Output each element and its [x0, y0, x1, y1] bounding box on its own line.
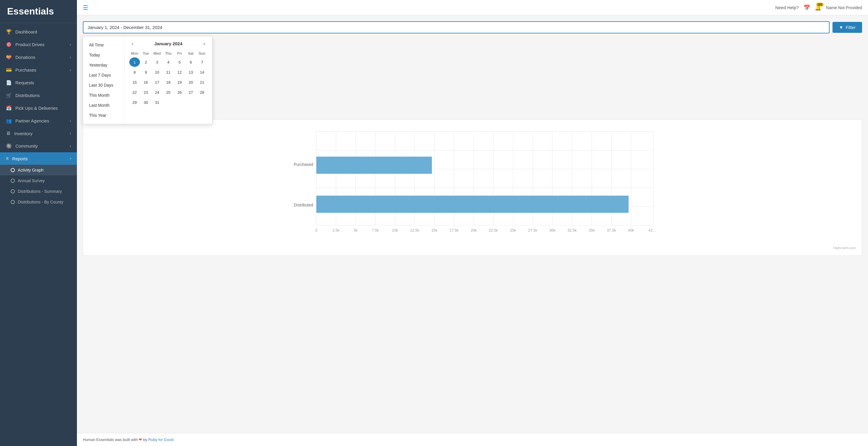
sidebar-item-partners[interactable]: 👥 Partner Agencies ‹	[0, 115, 77, 127]
calendar-day[interactable]: 2	[141, 57, 151, 67]
sidebar-sub-distributions-summary[interactable]: Distributions - Summary	[0, 186, 77, 197]
pickups-icon: 📅	[6, 105, 12, 111]
sidebar-item-requests[interactable]: 📄 Requests	[0, 76, 77, 89]
sidebar-sub-annual-survey[interactable]: Annual Survey	[0, 176, 77, 186]
sidebar-item-community[interactable]: 🔘 Community ‹	[0, 139, 77, 152]
sidebar-item-donations[interactable]: 💝 Donations ‹	[0, 51, 77, 64]
footer-link[interactable]: Ruby for Good.	[148, 438, 174, 442]
calendar-day[interactable]: 14	[197, 67, 207, 77]
sidebar-item-label: Purchases	[16, 67, 36, 72]
sidebar-item-pickups[interactable]: 📅 Pick Ups & Deliveries	[0, 102, 77, 115]
calendar-day[interactable]: 1	[129, 57, 140, 67]
sidebar-item-inventory[interactable]: 🖥 Inventory ‹	[0, 127, 77, 139]
calendar-day[interactable]: 5	[174, 57, 185, 67]
svg-text:40k: 40k	[628, 228, 634, 232]
calendar-day[interactable]: 17	[152, 77, 162, 87]
reports-icon: ≡	[6, 156, 8, 161]
svg-text:Purchased: Purchased	[294, 162, 313, 167]
sidebar-item-reports[interactable]: ≡ Reports ‹	[0, 152, 77, 165]
menu-icon[interactable]: ☰	[83, 4, 88, 11]
chevron-icon: ‹	[70, 55, 71, 59]
calendar-day[interactable]: 3	[152, 57, 162, 67]
quick-option-yesterday[interactable]: Yesterday	[83, 60, 124, 70]
sidebar-item-label: Community	[16, 144, 38, 149]
product-drives-icon: 🎯	[6, 42, 12, 47]
calendar-next-button[interactable]: ›	[201, 40, 207, 47]
help-link[interactable]: Need Help?	[775, 5, 799, 10]
app-logo: Essentials	[0, 0, 77, 23]
calendar-month-label: January 2024	[154, 41, 182, 46]
chevron-icon: ‹	[70, 119, 71, 123]
sidebar-item-label: Distributions	[16, 93, 40, 98]
calendar-day[interactable]: 7	[197, 57, 207, 67]
filter-icon: ▼	[839, 25, 843, 30]
calendar-day-header: Sun	[197, 50, 207, 57]
partners-icon: 👥	[6, 118, 12, 124]
calendar-day[interactable]: 4	[163, 57, 174, 67]
calendar-day[interactable]: 27	[185, 88, 196, 97]
svg-text:15k: 15k	[431, 228, 438, 232]
sidebar-item-dashboard[interactable]: 🏆 Dashboard	[0, 26, 77, 38]
filter-button[interactable]: ▼ Filter	[833, 22, 862, 33]
calendar-day-header: Mon	[129, 50, 140, 57]
inventory-icon: 🖥	[6, 131, 11, 136]
chart-svg: Purchased Distributed 0 2.5k 5k 7.5k 10k…	[89, 125, 856, 238]
calendar-day[interactable]: 11	[163, 67, 174, 77]
svg-text:32.5k: 32.5k	[567, 228, 577, 232]
quick-option-last7[interactable]: Last 7 Days	[83, 70, 124, 80]
purchases-icon: 💳	[6, 67, 12, 73]
calendar-day[interactable]: 26	[174, 88, 185, 97]
calendar-day[interactable]: 30	[141, 98, 151, 107]
calendar-day-header: Wed	[152, 50, 162, 57]
calendar-day[interactable]: 19	[174, 77, 185, 87]
calendar-day[interactable]: 29	[129, 98, 140, 107]
sidebar-item-label: Reports	[12, 156, 28, 161]
calendar-day-header: Fri	[174, 50, 185, 57]
calendar-day[interactable]: 13	[185, 67, 196, 77]
calendar-day[interactable]: 20	[185, 77, 196, 87]
calendar-day[interactable]: 21	[197, 77, 207, 87]
calendar-day[interactable]: 6	[185, 57, 196, 67]
calendar-day[interactable]: 8	[129, 67, 140, 77]
sidebar-item-purchases[interactable]: 💳 Purchases ‹	[0, 64, 77, 76]
svg-text:12.5k: 12.5k	[410, 228, 420, 232]
calendar-day[interactable]: 16	[141, 77, 151, 87]
sidebar-sub-activity-graph[interactable]: Activity Graph	[0, 165, 77, 176]
sidebar-item-label: Product Drives	[16, 42, 44, 47]
calendar-day[interactable]: 10	[152, 67, 162, 77]
date-range-input[interactable]	[83, 21, 830, 33]
calendar-day-header: Sat	[185, 50, 196, 57]
calendar-day[interactable]: 15	[129, 77, 140, 87]
calendar-day-empty	[185, 98, 196, 107]
calendar-day[interactable]: 18	[163, 77, 174, 87]
sidebar-item-distributions[interactable]: 🛒 Distributions	[0, 89, 77, 102]
quick-option-last30[interactable]: Last 30 Days	[83, 80, 124, 90]
calendar-day[interactable]: 28	[197, 88, 207, 97]
filter-label: Filter	[846, 25, 856, 30]
svg-text:5k: 5k	[354, 228, 358, 232]
calendar-day[interactable]: 24	[152, 88, 162, 97]
quick-option-this-year[interactable]: This Year	[83, 110, 124, 120]
calendar-day[interactable]: 23	[141, 88, 151, 97]
notification-badge: 181	[816, 3, 824, 6]
quick-option-today[interactable]: Today	[83, 50, 124, 60]
quick-option-all-time[interactable]: All Time	[83, 40, 124, 50]
calendar-day[interactable]: 31	[152, 98, 162, 107]
footer: Human Essentials was built with ❤ by Rub…	[77, 433, 868, 446]
calendar-day[interactable]: 9	[141, 67, 151, 77]
quick-option-this-month[interactable]: This Month	[83, 90, 124, 100]
sidebar-item-label: Donations	[16, 55, 35, 60]
calendar-icon[interactable]: 📅	[804, 4, 810, 11]
calendar-day[interactable]: 12	[174, 67, 185, 77]
notification-bell[interactable]: 🔔 181	[815, 4, 821, 11]
date-dropdown-panel: All Time Today Yesterday Last 7 Days Las…	[83, 36, 212, 124]
calendar-day[interactable]: 25	[163, 88, 174, 97]
calendar-panel: ‹ January 2024 › MonTueWedThuFriSatSun12…	[125, 36, 212, 124]
topbar: ☰ Need Help? 📅 🔔 181 Name Not Provided	[77, 0, 868, 15]
calendar-day[interactable]: 22	[129, 88, 140, 97]
sidebar-sub-distributions-county[interactable]: Distributions - By County	[0, 197, 77, 207]
sidebar-item-label: Pick Ups & Deliveries	[16, 105, 58, 110]
calendar-prev-button[interactable]: ‹	[129, 40, 136, 47]
sidebar-item-product-drives[interactable]: 🎯 Product Drives ‹	[0, 38, 77, 51]
quick-option-last-month[interactable]: Last Month	[83, 100, 124, 110]
